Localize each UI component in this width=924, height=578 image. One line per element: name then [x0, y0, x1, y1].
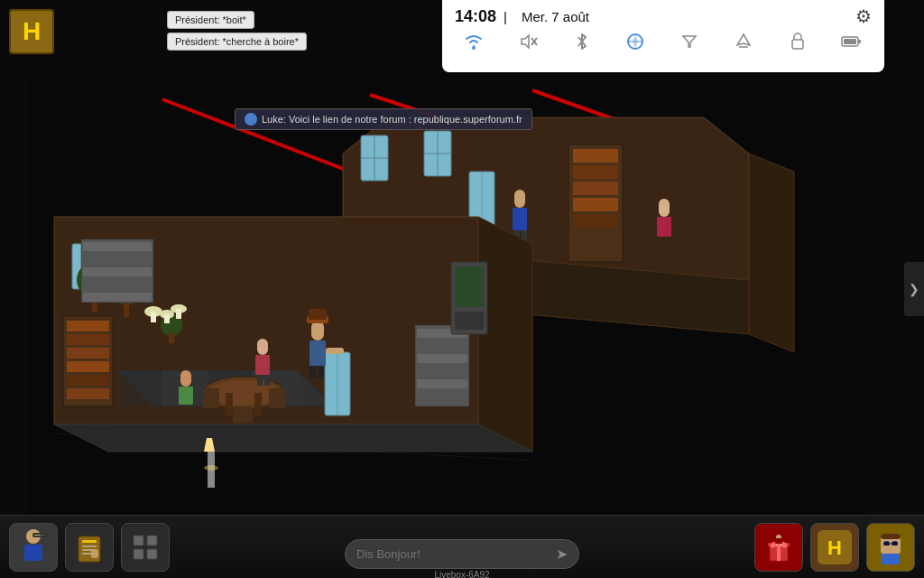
- svg-rect-16: [573, 149, 618, 163]
- svg-rect-103: [455, 312, 484, 330]
- svg-rect-75: [318, 366, 324, 378]
- svg-rect-13: [469, 172, 494, 239]
- svg-marker-110: [683, 36, 696, 47]
- character-face-button[interactable]: [866, 523, 915, 572]
- svg-point-87: [171, 304, 187, 313]
- svg-rect-19: [573, 198, 618, 211]
- user-icon: [245, 113, 257, 126]
- svg-rect-95: [415, 325, 469, 406]
- svg-rect-90: [83, 242, 152, 251]
- svg-point-49: [119, 270, 143, 294]
- svg-rect-82: [179, 387, 193, 405]
- svg-rect-50: [124, 301, 129, 317]
- svg-rect-60: [203, 388, 219, 408]
- chat-send-icon[interactable]: ➤: [556, 545, 568, 563]
- status-icons-row: [455, 33, 872, 54]
- svg-point-85: [160, 310, 174, 319]
- svg-rect-23: [514, 230, 520, 241]
- gift-button[interactable]: [754, 523, 803, 572]
- room-content: [27, 81, 866, 515]
- svg-rect-78: [255, 355, 270, 375]
- svg-rect-58: [226, 393, 233, 415]
- volume-mute-icon: [514, 33, 543, 53]
- chat-bubble-president2: Président: *cherche à boire*: [167, 33, 307, 51]
- svg-rect-91: [83, 255, 152, 264]
- svg-rect-140: [882, 554, 900, 564]
- inventory-button[interactable]: [121, 523, 170, 572]
- svg-line-3: [532, 90, 686, 144]
- svg-marker-4: [343, 117, 749, 280]
- svg-rect-43: [325, 352, 350, 415]
- svg-rect-26: [657, 217, 671, 237]
- svg-rect-7: [361, 135, 388, 181]
- svg-point-56: [203, 377, 284, 409]
- svg-point-46: [86, 257, 113, 284]
- svg-rect-101: [451, 262, 487, 334]
- svg-rect-37: [117, 370, 162, 406]
- svg-rect-79: [257, 375, 263, 386]
- svg-rect-64: [67, 321, 109, 331]
- bottom-right-icons: H: [754, 523, 915, 572]
- svg-rect-92: [83, 267, 152, 276]
- svg-rect-117: [82, 540, 97, 543]
- svg-rect-112: [792, 40, 803, 49]
- svg-rect-122: [134, 536, 143, 545]
- svg-line-30: [54, 424, 532, 452]
- svg-rect-71: [307, 316, 328, 323]
- chat-input-container[interactable]: ➤: [345, 539, 579, 569]
- svg-rect-118: [82, 545, 97, 547]
- svg-point-104: [472, 46, 476, 50]
- bottom-left-icons: [9, 523, 170, 572]
- svg-point-48: [110, 273, 143, 305]
- habbo-h-button[interactable]: H: [810, 523, 859, 572]
- svg-rect-40: [253, 370, 298, 406]
- bluetooth-icon: [569, 33, 595, 54]
- svg-rect-18: [573, 182, 618, 195]
- svg-rect-22: [513, 208, 527, 230]
- svg-rect-24: [522, 230, 527, 241]
- battery-icon: [836, 34, 868, 52]
- svg-rect-98: [417, 354, 467, 363]
- svg-rect-21: [514, 190, 525, 208]
- svg-line-35: [388, 424, 424, 452]
- svg-rect-15: [568, 144, 623, 262]
- svg-marker-105: [522, 35, 529, 48]
- svg-point-45: [77, 262, 113, 298]
- settings-gear-icon[interactable]: ⚙: [855, 5, 872, 27]
- svg-line-31: [54, 434, 532, 461]
- newspaper-button[interactable]: [65, 523, 114, 572]
- status-date: Mer. 7 août: [522, 9, 589, 24]
- svg-rect-41: [72, 244, 97, 289]
- svg-rect-100: [417, 379, 467, 388]
- svg-rect-89: [81, 239, 153, 303]
- svg-point-51: [161, 314, 182, 336]
- svg-rect-123: [147, 536, 157, 545]
- chat-bubble-luke: Luke: Voici le lien de notre forum : rep…: [235, 108, 532, 130]
- svg-rect-73: [310, 340, 326, 366]
- svg-rect-20: [573, 214, 618, 228]
- status-separator: |: [504, 9, 507, 24]
- lock-icon: [785, 33, 810, 54]
- status-time: 14:08: [455, 7, 496, 26]
- avatar-button[interactable]: [9, 523, 58, 572]
- svg-marker-54: [204, 438, 215, 452]
- status-bar: 14:08 | Mer. 7 août ⚙: [442, 0, 884, 72]
- collapse-arrow[interactable]: ❯: [904, 262, 924, 316]
- svg-rect-72: [309, 309, 327, 320]
- svg-rect-97: [417, 341, 467, 350]
- svg-marker-28: [478, 217, 532, 452]
- wifi-icon: [458, 33, 489, 53]
- bottom-bar: ➤ Livebox-6A92: [0, 515, 924, 578]
- chat-input[interactable]: [356, 547, 556, 561]
- svg-rect-125: [147, 549, 157, 559]
- svg-marker-5: [343, 244, 749, 334]
- svg-line-34: [298, 424, 334, 452]
- habbo-logo[interactable]: H: [9, 9, 54, 54]
- svg-rect-69: [67, 388, 109, 399]
- svg-rect-59: [254, 393, 262, 415]
- svg-rect-70: [311, 321, 324, 340]
- filter-icon: [676, 34, 703, 52]
- svg-rect-114: [844, 39, 856, 44]
- svg-rect-53: [208, 452, 215, 488]
- svg-rect-74: [310, 366, 316, 378]
